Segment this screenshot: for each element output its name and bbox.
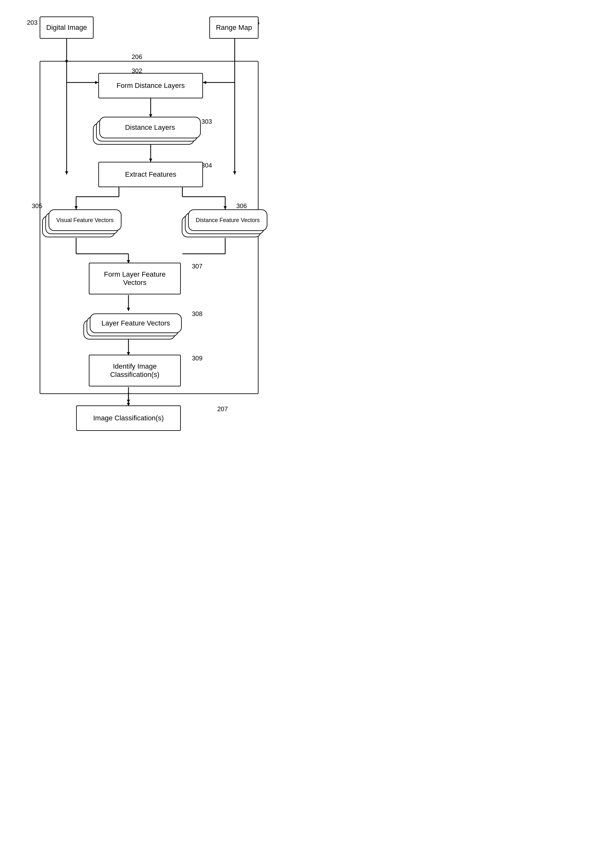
- ref-207: 207: [217, 406, 228, 413]
- ref-203: 203: [27, 19, 37, 26]
- ref-308: 308: [192, 310, 202, 318]
- digital-image-box: Digital Image: [40, 17, 94, 39]
- ref-306: 306: [236, 203, 247, 210]
- ref-305: 305: [32, 203, 42, 210]
- ref-206: 206: [132, 53, 142, 61]
- ref-307: 307: [192, 263, 202, 270]
- distance-layers-box: Distance Layers: [99, 117, 201, 138]
- range-map-box: Range Map: [209, 17, 258, 39]
- ref-303: 303: [201, 118, 212, 125]
- form-distance-layers-box: Form Distance Layers: [98, 73, 203, 98]
- form-layer-feature-vectors-box: Form Layer Feature Vectors: [89, 263, 181, 294]
- image-classifications-box: Image Classification(s): [76, 406, 181, 431]
- layer-feature-vectors-box: Layer Feature Vectors: [90, 313, 182, 333]
- ref-309: 309: [192, 355, 202, 362]
- ref-304: 304: [201, 162, 212, 169]
- extract-features-box: Extract Features: [98, 162, 203, 187]
- visual-feature-vectors-box: Visual Feature Vectors: [49, 209, 121, 231]
- identify-image-classifications-box: Identify Image Classification(s): [89, 355, 181, 386]
- distance-feature-vectors-box: Distance Feature Vectors: [188, 209, 267, 231]
- flowchart-diagram: 203 Digital Image 205 Range Map 206 302 …: [8, 6, 293, 425]
